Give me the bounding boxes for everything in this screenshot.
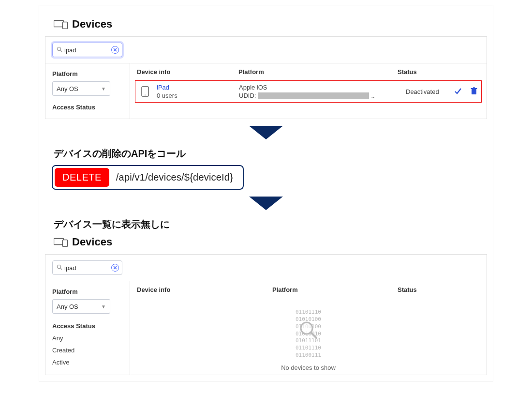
device-status: Deactivated: [406, 88, 454, 95]
flow-arrow-2: [45, 197, 487, 211]
table-header-1: Device info Platform Status: [130, 63, 487, 80]
caret-down-icon: ▼: [101, 86, 106, 91]
device-row[interactable]: iPad 0 users Apple iOS UDID: .. Deactiva…: [135, 80, 482, 103]
search-input[interactable]: [64, 46, 111, 54]
ascii-line: 01100111: [130, 352, 487, 359]
svg-rect-14: [63, 240, 68, 247]
filter-sidebar-2: Platform Any OS ▼ Access Status Any Crea…: [45, 281, 130, 375]
platform-select-value: Any OS: [57, 303, 78, 310]
access-status-label: Access Status: [52, 322, 124, 330]
clear-search-button[interactable]: [111, 46, 119, 54]
access-status-active[interactable]: Active: [52, 359, 124, 366]
udid-suffix: ..: [371, 92, 374, 99]
platform-filter-label: Platform: [52, 288, 124, 295]
device-users: 0 users: [157, 92, 239, 99]
filter-sidebar-1: Platform Any OS ▼ Access Status: [45, 63, 130, 119]
flow-arrow-1: [45, 126, 487, 140]
svg-rect-8: [472, 89, 476, 94]
clear-search-button[interactable]: [111, 264, 119, 272]
device-platform: Apple iOS: [239, 84, 406, 91]
empty-message: No devices to show: [130, 364, 487, 371]
delete-button[interactable]: [471, 87, 477, 96]
svg-rect-13: [54, 239, 64, 245]
access-status-created[interactable]: Created: [52, 347, 124, 354]
search-icon: [57, 264, 62, 271]
ascii-line: 01101110: [130, 309, 487, 316]
svg-point-2: [57, 47, 60, 50]
svg-rect-9: [471, 88, 477, 89]
search-input[interactable]: [64, 264, 111, 272]
search-input-wrap[interactable]: [52, 43, 122, 57]
platform-select[interactable]: Any OS ▼: [52, 81, 110, 96]
ascii-line: 01101110: [130, 345, 487, 352]
col-status: Status: [398, 286, 480, 293]
svg-rect-0: [54, 21, 64, 27]
devices-icon: [54, 237, 68, 247]
empty-state-art: 01101110 01010100 01100100 01010010 0101…: [130, 309, 487, 359]
udid-redacted: [258, 92, 369, 99]
devices-panel-1: Platform Any OS ▼ Access Status Device i…: [45, 36, 487, 119]
svg-rect-10: [473, 87, 475, 88]
col-status: Status: [398, 68, 480, 76]
col-device-info: Device info: [137, 68, 238, 76]
svg-line-3: [60, 50, 62, 52]
devices-panel-2: Platform Any OS ▼ Access Status Any Crea…: [45, 254, 487, 375]
col-platform: Platform: [272, 286, 398, 293]
api-call-box: DELETE /api/v1/devices/${deviceId}: [52, 165, 244, 190]
udid-label: UDID:: [239, 92, 256, 99]
svg-marker-12: [249, 197, 283, 210]
col-platform: Platform: [238, 68, 398, 76]
caret-down-icon: ▼: [101, 304, 106, 309]
devices-icon: [54, 19, 68, 29]
api-path: /api/v1/devices/${deviceId}: [111, 172, 243, 183]
activate-button[interactable]: [454, 88, 462, 96]
svg-rect-1: [63, 22, 68, 29]
search-input-wrap[interactable]: [52, 260, 122, 275]
access-status-any[interactable]: Any: [52, 334, 124, 342]
platform-select[interactable]: Any OS ▼: [52, 299, 110, 314]
devices-heading-1: Devices: [54, 18, 487, 30]
devices-heading-text: Devices: [72, 236, 112, 248]
svg-line-20: [311, 333, 316, 338]
table-header-2: Device info Platform Status: [130, 281, 487, 298]
search-icon: [57, 46, 62, 53]
devices-heading-text: Devices: [72, 18, 112, 30]
platform-select-value: Any OS: [57, 85, 78, 92]
api-caption: デバイスの削除のAPIをコール: [54, 147, 487, 160]
svg-point-15: [57, 265, 60, 268]
device-name: iPad: [157, 84, 239, 91]
api-method-badge: DELETE: [55, 168, 109, 187]
svg-line-16: [60, 268, 62, 270]
platform-filter-label: Platform: [52, 70, 124, 77]
magnify-icon: [298, 319, 319, 343]
access-status-label: Access Status: [52, 104, 124, 111]
svg-marker-11: [249, 126, 283, 139]
empty-caption: デバイス一覧に表示無しに: [54, 218, 487, 231]
col-device-info: Device info: [137, 286, 272, 293]
svg-point-7: [145, 94, 146, 95]
device-tablet-icon: [139, 86, 151, 97]
devices-heading-2: Devices: [54, 236, 487, 248]
